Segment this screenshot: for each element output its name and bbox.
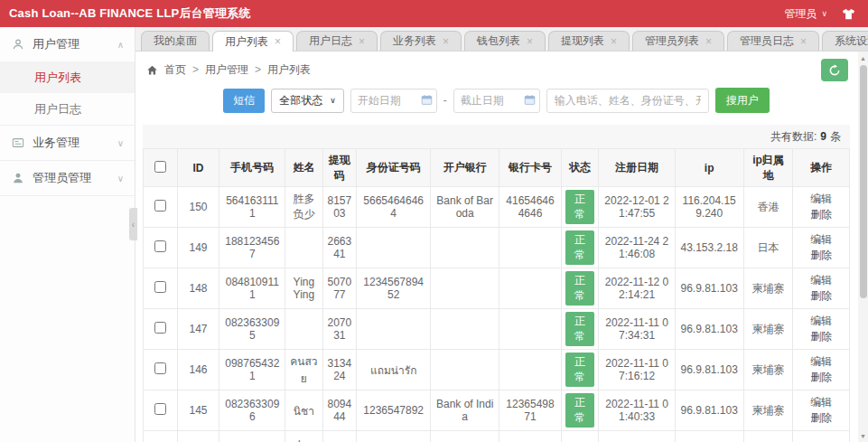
cell-card <box>499 431 562 442</box>
tab-close-icon[interactable]: × <box>800 36 807 47</box>
row-checkbox[interactable] <box>154 322 166 334</box>
row-checkbox[interactable] <box>154 362 166 374</box>
delete-link[interactable]: 删除 <box>810 208 832 221</box>
delete-link[interactable]: 删除 <box>810 289 832 302</box>
tab-system-settings[interactable]: 系统设置× <box>822 31 868 51</box>
cell-phone: 0987654321 <box>219 350 285 390</box>
tab-close-icon[interactable]: × <box>611 36 617 47</box>
edit-link[interactable]: 编辑 <box>810 355 832 368</box>
sidebar-group-header-admin-management[interactable]: 管理员管理∨ <box>0 161 135 195</box>
cell-name <box>285 228 322 268</box>
scroll-up-icon[interactable]: ▲ <box>858 52 868 63</box>
admin-user-menu[interactable]: 管理员 ∨ <box>784 6 827 22</box>
sidebar-item-user-list[interactable]: 用户列表 <box>0 61 135 93</box>
tab-close-icon[interactable]: × <box>443 36 449 47</box>
calendar-icon[interactable] <box>421 94 433 108</box>
cell-card: 416546464646 <box>499 187 562 228</box>
cell-card <box>499 228 562 268</box>
tab-close-icon[interactable]: × <box>275 36 281 47</box>
cell-card <box>499 309 562 350</box>
cell-id: 145 <box>177 390 219 431</box>
cell-bank <box>431 309 499 350</box>
cell-withdraw_code: 313424 <box>322 350 357 390</box>
sidebar-collapse-handle[interactable]: ‹ <box>129 208 137 240</box>
tab-close-icon[interactable]: × <box>527 36 533 47</box>
cell-bank <box>431 228 499 268</box>
sidebar-group-header-business-management[interactable]: 业务管理∨ <box>0 126 135 160</box>
app-root: Cash Loan--AB FINANCE LLP后台管理系统 管理员 ∨ 用户… <box>0 0 868 442</box>
vertical-scrollbar[interactable]: ▲ ▼ <box>858 52 868 442</box>
sidebar: 用户管理∧用户列表用户日志业务管理∨管理员管理∨ <box>0 27 135 442</box>
chevron-down-icon: ∨ <box>117 138 124 148</box>
tab-close-icon[interactable]: × <box>705 36 712 47</box>
header-select-cell <box>144 149 178 187</box>
select-all-checkbox[interactable] <box>154 161 166 173</box>
scrollbar-thumb[interactable] <box>860 65 867 298</box>
delete-link[interactable]: 删除 <box>810 330 832 343</box>
column-header: 身份证号码 <box>357 149 431 187</box>
breadcrumb-item[interactable]: 用户列表 <box>267 62 311 78</box>
sidebar-group-label: 业务管理 <box>33 135 110 151</box>
tab-user-logs[interactable]: 用户日志× <box>296 31 378 51</box>
status-badge: 正常 <box>565 271 594 306</box>
refresh-button[interactable] <box>821 59 848 81</box>
table-row-partial: akeno <box>144 431 850 442</box>
row-checkbox[interactable] <box>154 200 166 212</box>
edit-link[interactable]: 编辑 <box>810 233 832 246</box>
column-header: 手机号码 <box>219 149 285 187</box>
tab-business-list[interactable]: 业务列表× <box>380 31 462 51</box>
cell-actions: 编辑删除 <box>793 228 850 268</box>
row-checkbox[interactable] <box>154 403 166 415</box>
cell-ip: 96.9.81.103 <box>675 268 743 309</box>
sidebar-item-user-logs[interactable]: 用户日志 <box>0 93 135 125</box>
calendar-icon[interactable] <box>524 94 536 108</box>
breadcrumb-item[interactable]: 用户管理 <box>205 62 248 78</box>
edit-link[interactable]: 编辑 <box>810 396 832 409</box>
date-range-separator: - <box>443 94 447 107</box>
tab-wallet-list[interactable]: 钱包列表× <box>464 31 546 51</box>
search-user-button[interactable]: 搜用户 <box>715 88 770 113</box>
cell-actions <box>793 431 850 442</box>
scroll-down-icon[interactable]: ▼ <box>858 430 868 441</box>
delete-link[interactable]: 删除 <box>810 371 832 383</box>
tab-user-list[interactable]: 用户列表× <box>212 31 294 52</box>
admin-icon <box>11 172 25 184</box>
edit-link[interactable]: 编辑 <box>810 274 832 287</box>
tab-my-desktop[interactable]: 我的桌面 <box>141 31 210 51</box>
row-checkbox[interactable] <box>154 240 166 252</box>
summary-suffix: 条 <box>830 129 841 145</box>
cell-status: 正常 <box>561 390 598 431</box>
column-header: ip <box>675 149 743 187</box>
row-checkbox[interactable] <box>154 281 166 293</box>
cell-withdraw_code: 809444 <box>322 390 357 431</box>
cell-bank: Bank of India <box>431 390 499 431</box>
tab-admin-logs[interactable]: 管理员日志× <box>727 31 819 51</box>
tab-withdraw-list[interactable]: 提现列表× <box>548 31 630 51</box>
cell-ip: 96.9.81.103 <box>675 350 743 390</box>
edit-link[interactable]: 编辑 <box>810 193 832 205</box>
cell-actions: 编辑删除 <box>793 187 850 228</box>
edit-link[interactable]: 编辑 <box>810 315 832 327</box>
sms-button[interactable]: 短信 <box>223 89 265 113</box>
breadcrumb-separator: > <box>192 63 199 76</box>
sidebar-group-label: 管理员管理 <box>33 170 110 186</box>
cell-id_number: 123456789452 <box>357 268 431 309</box>
column-header: ID <box>177 149 219 187</box>
table-row: 1491881234567266341正常2022-11-24 21:46:08… <box>144 228 850 268</box>
delete-link[interactable]: 删除 <box>810 249 832 261</box>
tab-admin-list[interactable]: 管理员列表× <box>632 31 724 51</box>
tab-close-icon[interactable]: × <box>359 36 365 47</box>
cell-actions: 编辑删除 <box>793 350 850 390</box>
tab-label: 用户列表 <box>225 34 268 50</box>
status-badge: 正常 <box>565 393 594 428</box>
theme-skin-icon[interactable] <box>842 7 855 21</box>
status-select[interactable]: 全部状态 ∨ <box>271 89 344 113</box>
row-select-cell <box>144 268 178 309</box>
column-header: 提现码 <box>322 149 357 187</box>
breadcrumb-item[interactable]: 首页 <box>164 62 186 78</box>
column-header: 操作 <box>793 149 850 187</box>
search-input[interactable] <box>546 89 709 113</box>
sidebar-group-header-user-management[interactable]: 用户管理∧ <box>0 27 135 61</box>
table-body: 1505641631111胜多负少81570356654646464Bank o… <box>144 187 850 442</box>
delete-link[interactable]: 删除 <box>810 411 832 424</box>
